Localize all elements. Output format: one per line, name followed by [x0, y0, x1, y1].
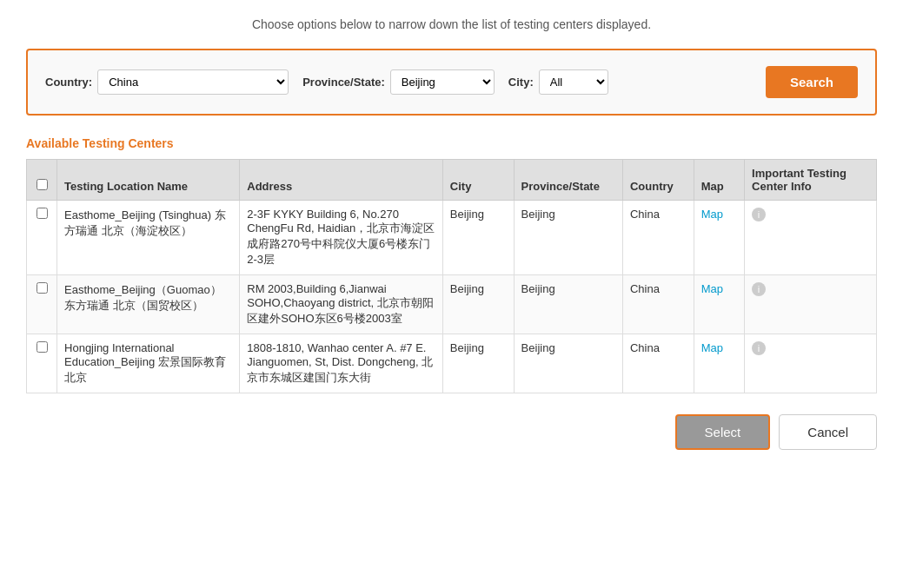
filter-box: Country: China United States Canada Aust…: [26, 49, 877, 116]
table-row: Hongjing International Education_Beijing…: [27, 334, 877, 393]
row-checkbox-cell[interactable]: [27, 201, 57, 275]
row-checkbox-2[interactable]: [37, 341, 48, 353]
row-map[interactable]: Map: [694, 275, 744, 334]
city-filter-group: City: All Beijing Shanghai: [508, 69, 608, 95]
row-address: 2-3F KYKY Building 6, No.270 ChengFu Rd,…: [240, 201, 443, 275]
info-icon[interactable]: i: [752, 208, 766, 221]
row-country: China: [622, 334, 694, 393]
country-select[interactable]: China United States Canada Australia: [97, 69, 289, 95]
select-button[interactable]: Select: [675, 414, 771, 450]
table-row: Easthome_Beijing (Tsinghua) 东方瑞通 北京（海淀校区…: [27, 201, 877, 275]
country-label: Country:: [45, 76, 92, 89]
col-header-province: Province/State: [514, 160, 622, 201]
row-map[interactable]: Map: [694, 201, 744, 275]
row-name: Easthome_Beijing（Guomao）东方瑞通 北京（国贸校区）: [57, 275, 240, 334]
row-checkbox-cell[interactable]: [27, 275, 57, 334]
row-map[interactable]: Map: [694, 334, 744, 393]
row-country: China: [622, 275, 694, 334]
row-checkbox-1[interactable]: [37, 282, 48, 294]
province-filter-group: Province/State: Beijing Shanghai Guangdo…: [302, 69, 495, 95]
button-row: Select Cancel: [26, 414, 877, 450]
row-province: Beijing: [514, 275, 622, 334]
city-label: City:: [508, 76, 534, 89]
page-wrapper: Choose options below to narrow down the …: [0, 0, 903, 588]
col-header-name: Testing Location Name: [57, 160, 240, 201]
info-icon[interactable]: i: [752, 282, 766, 296]
row-province: Beijing: [514, 334, 622, 393]
row-name: Hongjing International Education_Beijing…: [57, 334, 240, 393]
row-info: i: [745, 275, 877, 334]
city-select[interactable]: All Beijing Shanghai: [539, 69, 608, 95]
row-country: China: [622, 201, 694, 275]
col-header-city: City: [442, 160, 514, 201]
col-header-country: Country: [622, 160, 694, 201]
intro-text: Choose options below to narrow down the …: [26, 17, 877, 31]
info-icon[interactable]: i: [752, 341, 766, 355]
row-checkbox-0[interactable]: [37, 208, 48, 219]
row-address: RM 2003,Building 6,Jianwai SOHO,Chaoyang…: [240, 275, 443, 334]
col-header-map: Map: [694, 160, 744, 201]
table-row: Easthome_Beijing（Guomao）东方瑞通 北京（国贸校区） RM…: [27, 275, 877, 334]
row-name: Easthome_Beijing (Tsinghua) 东方瑞通 北京（海淀校区…: [57, 201, 240, 275]
row-info: i: [745, 334, 877, 393]
row-province: Beijing: [514, 201, 622, 275]
row-info: i: [745, 201, 877, 275]
testing-centers-table: Testing Location Name Address City Provi…: [26, 159, 877, 393]
row-city: Beijing: [442, 275, 514, 334]
search-button[interactable]: Search: [766, 66, 858, 98]
row-checkbox-cell[interactable]: [27, 334, 57, 393]
select-all-checkbox[interactable]: [37, 179, 48, 190]
row-city: Beijing: [442, 334, 514, 393]
col-header-address: Address: [240, 160, 443, 201]
map-link[interactable]: Map: [701, 341, 723, 354]
country-filter-group: Country: China United States Canada Aust…: [45, 69, 289, 95]
map-link[interactable]: Map: [701, 208, 723, 221]
cancel-button[interactable]: Cancel: [779, 414, 877, 450]
province-label: Province/State:: [302, 76, 385, 89]
row-city: Beijing: [442, 201, 514, 275]
province-select[interactable]: Beijing Shanghai Guangdong: [390, 69, 495, 95]
section-title: Available Testing Centers: [26, 136, 877, 150]
col-header-info: Important Testing Center Info: [745, 160, 877, 201]
map-link[interactable]: Map: [701, 282, 723, 295]
row-address: 1808-1810, Wanhao center A. #7 E. Jiangu…: [240, 334, 443, 393]
